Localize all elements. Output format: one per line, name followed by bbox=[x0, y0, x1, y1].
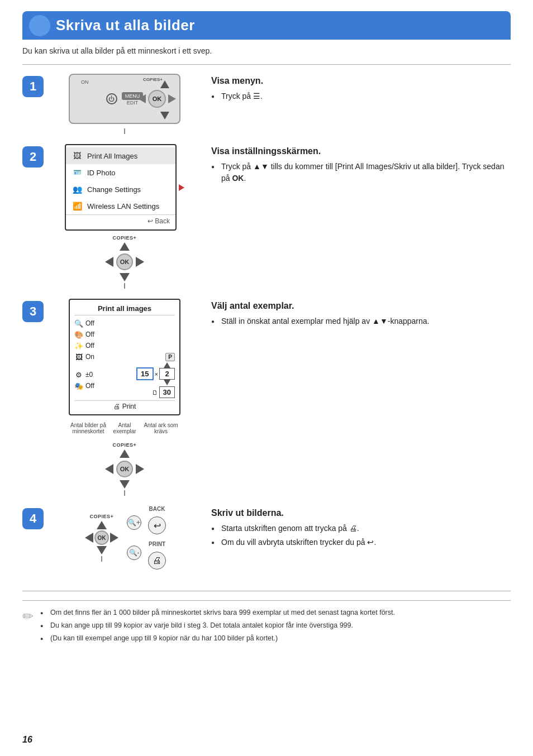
setting-row-4-group: ⚙ ±0 🎭 Off bbox=[74, 369, 94, 391]
zoom-out-button[interactable]: 🔍- bbox=[127, 546, 141, 560]
ok-center-3[interactable]: OK bbox=[116, 461, 133, 477]
id-photo-icon: 🪪 bbox=[72, 167, 83, 178]
sheet-icon: 🗋 bbox=[152, 389, 158, 396]
setting-row-3: 🖼 On P bbox=[74, 351, 175, 362]
arrow-down-4[interactable] bbox=[97, 546, 107, 554]
arrow-right-2[interactable] bbox=[136, 257, 144, 267]
page-subtitle: Du kan skriva ut alla bilder på ett minn… bbox=[22, 46, 511, 55]
copies-down-arrow[interactable] bbox=[164, 380, 170, 385]
notes-section: ✏ Om det finns fler än 1 000 bilder på m… bbox=[22, 600, 511, 645]
print-all-icon: 🖼 bbox=[72, 150, 83, 161]
setting-icon-5: 🎭 bbox=[74, 381, 83, 390]
label-antal-bilder: Antal bilder på minneskortet bbox=[69, 422, 108, 434]
menu-item-print-all-label: Print All Images bbox=[87, 152, 137, 160]
menu-screen: 🖼 Print All Images 🪪 ID Photo 👥 Change S… bbox=[65, 144, 177, 231]
power-button[interactable]: ⏻ bbox=[106, 93, 117, 104]
count-boxes: 15 × 2 🗋 bbox=[136, 362, 175, 398]
setting-value-5: Off bbox=[85, 382, 94, 390]
step-4-row: 4 COPIES+ OK bbox=[22, 506, 511, 570]
step-1-title: Visa menyn. bbox=[211, 76, 511, 86]
label-antal-ark: Antal ark som krävs bbox=[141, 422, 180, 434]
labels-row: Antal bilder på minneskortet Antal exemp… bbox=[69, 422, 180, 434]
arrow-left-2[interactable] bbox=[105, 257, 113, 267]
menu-item-id-photo[interactable]: 🪪 ID Photo bbox=[66, 164, 175, 181]
ok-center-4[interactable]: OK bbox=[94, 530, 109, 545]
menu-item-change-settings-label: Change Settings bbox=[87, 185, 141, 194]
print-btn[interactable]: 🖨 Print bbox=[74, 400, 175, 412]
wireless-lan-icon: 📶 bbox=[72, 200, 83, 212]
setting-icon-2: ✨ bbox=[74, 341, 83, 350]
copies-top-label: COPIES+ bbox=[143, 77, 163, 82]
on-label: ON bbox=[81, 79, 89, 85]
step-3-title: Välj antal exemplar. bbox=[211, 301, 511, 311]
setting-row-5: 🎭 Off bbox=[74, 380, 94, 391]
nav-left-arrow[interactable] bbox=[138, 94, 146, 103]
back-button[interactable]: ↩ bbox=[148, 516, 166, 534]
arrow-up-4[interactable] bbox=[97, 521, 107, 529]
zoom-in-button[interactable]: 🔍+ bbox=[127, 515, 141, 530]
step-4-item-1: Om du vill avbryta utskriften trycker du… bbox=[211, 537, 511, 548]
connector-line-3 bbox=[124, 490, 125, 496]
cursor-arrow bbox=[179, 184, 184, 191]
step-3-row: 3 Print all images 🔍 Off 🎨 bbox=[22, 299, 511, 496]
setting-row-4: ⚙ ±0 bbox=[74, 369, 94, 380]
step-2-inner: 🖼 Print All Images 🪪 ID Photo 👥 Change S… bbox=[49, 144, 511, 289]
header-divider bbox=[22, 64, 511, 65]
menu-item-change-settings[interactable]: 👥 Change Settings bbox=[66, 181, 175, 198]
arrow-up-3[interactable] bbox=[120, 449, 130, 458]
step-1-row: 1 ON ⏻ MENU EDIT COPIES+ bbox=[22, 74, 511, 134]
count-images: 15 bbox=[136, 367, 153, 380]
arrow-down-3[interactable] bbox=[120, 480, 130, 489]
nav-pad-area-2: COPIES+ OK bbox=[103, 235, 146, 289]
copies-up-arrow[interactable] bbox=[164, 362, 170, 368]
note-items: Om det finns fler än 1 000 bilder på min… bbox=[40, 607, 395, 645]
print-button[interactable]: 🖨 bbox=[148, 552, 166, 570]
step-4-item-0: Starta utskriften genom att trycka på 🖨. bbox=[211, 523, 511, 534]
menu-item-wireless-lan[interactable]: 📶 Wireless LAN Settings bbox=[66, 198, 175, 214]
step-1-list: Tryck på ☰. bbox=[211, 90, 511, 102]
nav-pad-area-3: COPIES+ OK bbox=[103, 442, 146, 496]
print-button-label: PRINT bbox=[149, 541, 165, 547]
nav-right-arrow[interactable] bbox=[168, 94, 176, 103]
step-4-title: Skriv ut bilderna. bbox=[211, 508, 511, 518]
arrow-up-2[interactable] bbox=[120, 242, 130, 251]
arrow-down-2[interactable] bbox=[120, 273, 130, 281]
copies-count-row: 15 × 2 bbox=[136, 362, 175, 385]
setting-icon-3: 🖼 bbox=[74, 352, 83, 361]
setting-value-2: Off bbox=[85, 342, 94, 350]
sheets-row: 🗋 30 bbox=[152, 386, 175, 398]
copies-nav-up bbox=[160, 80, 169, 88]
print-icon: 🖨 bbox=[113, 403, 120, 410]
step-1-inner: ON ⏻ MENU EDIT COPIES+ OK bbox=[49, 74, 511, 134]
arrow-left-3[interactable] bbox=[105, 464, 113, 474]
header-bar: Skriva ut alla bilder bbox=[22, 11, 511, 40]
setting-icon-4: ⚙ bbox=[74, 370, 83, 379]
step-2-list: Tryck på ▲▼ tills du kommer till [Print … bbox=[211, 161, 511, 184]
copies-plus-label-4: COPIES+ bbox=[90, 514, 114, 519]
menu-back[interactable]: ↩ Back bbox=[66, 214, 175, 227]
nav-pad-2: OK bbox=[103, 241, 146, 283]
step-1-instruction: Visa menyn. Tryck på ☰. bbox=[200, 74, 511, 104]
step-3-list: Ställ in önskat antal exemplar med hjälp… bbox=[211, 315, 511, 327]
step-1-badge: 1 bbox=[22, 76, 44, 97]
connector-line-1 bbox=[124, 128, 125, 134]
step-3-badge: 3 bbox=[22, 301, 44, 322]
back-label: BACK bbox=[149, 506, 165, 512]
menu-item-print-all[interactable]: 🖼 Print All Images bbox=[66, 147, 175, 164]
note-item-2: (Du kan till exempel ange upp till 9 kop… bbox=[40, 633, 395, 644]
back-print-group: BACK ↩ PRINT 🖨 bbox=[148, 506, 166, 570]
page-number: 16 bbox=[22, 735, 32, 745]
arrow-right-4[interactable] bbox=[110, 533, 118, 543]
ok-center-2[interactable]: OK bbox=[116, 253, 133, 270]
step-4-illustration: COPIES+ OK 🔍+ bbox=[49, 506, 200, 570]
ok-button[interactable]: OK bbox=[148, 90, 166, 108]
zoom-buttons-group: 🔍+ 🔍- bbox=[127, 515, 141, 560]
connector-line-4 bbox=[101, 556, 102, 562]
print-all-screen-container: Print all images 🔍 Off 🎨 Off ✨ bbox=[69, 299, 180, 415]
count-sheets: 30 bbox=[159, 386, 175, 398]
nav-pad-4: OK bbox=[83, 519, 120, 556]
note-icon: ✏ bbox=[22, 609, 34, 624]
arrow-left-4[interactable] bbox=[85, 533, 93, 543]
arrow-right-3[interactable] bbox=[136, 464, 144, 474]
step-4-badge: 4 bbox=[22, 508, 44, 529]
